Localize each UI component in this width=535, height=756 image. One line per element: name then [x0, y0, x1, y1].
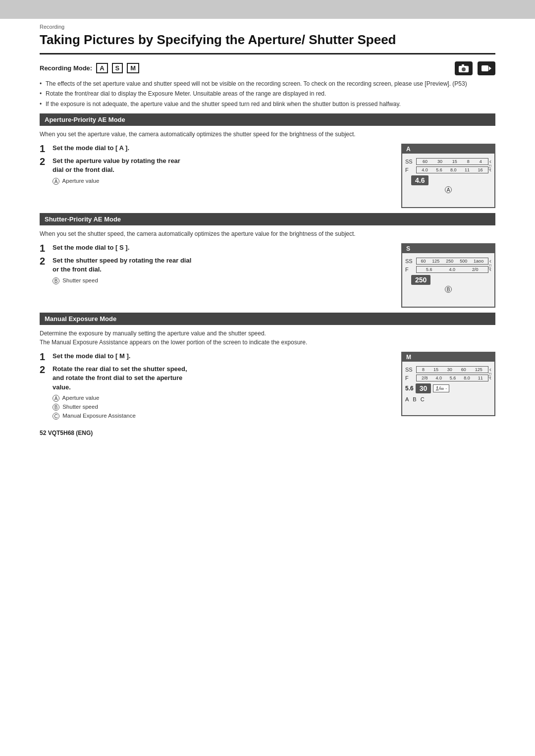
shutter-step2-main: Set the shutter speed by rotating the re… [53, 257, 191, 264]
ss-val-5: 4 [480, 159, 482, 164]
f-val-4: 11 [465, 167, 470, 172]
manual-f-scale: 2/8 4.0 5.6 8.0 11 ‹ [416, 374, 491, 381]
aperture-annotation-a-text: Aperture value [62, 178, 100, 184]
shutter-ss-numbers: 60 125 250 500 1aoo [417, 259, 488, 264]
circle-a: A [53, 178, 59, 185]
video-icon [478, 61, 495, 75]
s-ss-val-2: 125 [432, 259, 439, 264]
manual-step-2: 2 Rotate the rear dial to set the shutte… [40, 365, 393, 392]
aperture-circle-a-below: A [445, 186, 452, 193]
video-svg [481, 64, 492, 73]
manual-step2-num: 2 [40, 365, 49, 375]
shutter-highlighted: 250 [411, 275, 430, 285]
s-f-val-2: 4.0 [449, 267, 456, 272]
manual-f-label: F [405, 375, 416, 381]
shutter-fr-label: Fn [487, 264, 492, 270]
aperture-circle-below: A [405, 186, 491, 193]
manual-ss-arrow: ‹ [489, 366, 491, 373]
aperture-step2-sub: dial or the front dial. [53, 166, 114, 173]
manual-ss-label: SS [405, 367, 416, 373]
shutter-f-numbers: 5.6 4.0 2/0 [417, 267, 488, 272]
shutter-step1-text: Set the mode dial to [ S ]. [53, 243, 129, 252]
manual-annotation-b-text: Shutter speed [62, 404, 98, 410]
manual-annotation-a-text: Aperture value [62, 395, 100, 401]
svg-rect-2 [462, 64, 464, 66]
manual-screen-mode: M [402, 353, 494, 362]
s-ss-val-4: 500 [460, 259, 467, 264]
shutter-step-2: 2 Set the shutter speed by rotating the … [40, 256, 393, 274]
aperture-ss-numbers: 60 30 15 8 4 [417, 159, 488, 164]
recording-label: Recording [40, 19, 495, 32]
aperture-priority-steps-row: 1 Set the mode dial to [ A ]. 2 Set the … [40, 144, 495, 208]
mode-badge-s: S [112, 63, 123, 73]
top-bar [0, 0, 535, 19]
camera-icon [455, 61, 473, 75]
aperture-f-row: F 4.0 5.6 8.0 11 16 [405, 166, 491, 173]
shutter-screen-body: SS 60 125 250 500 1aoo [402, 253, 494, 296]
manual-desc-2: The Manual Exposure Assistance appears o… [40, 339, 307, 346]
shutter-circle-below: B [405, 286, 491, 293]
aperture-step2-main: Set the aperture value by rotating the r… [53, 157, 180, 164]
shutter-ss-row: SS 60 125 250 500 1aoo [405, 257, 491, 265]
shutter-f-row: F 5.6 4.0 2/0 ‹ [405, 266, 491, 273]
m-f-val-2: 4.0 [435, 376, 442, 380]
manual-ss-numbers: 8 15 30 60 125 [417, 367, 488, 372]
icons-row [455, 61, 495, 75]
aperture-annotation-a: A Aperture value [53, 178, 393, 185]
manual-screen-ann-a: A [405, 396, 409, 402]
aperture-ss-scale: 60 30 15 8 4 ‹ [416, 158, 491, 165]
shutter-step1-num: 1 [40, 243, 49, 253]
aperture-f-scale: 4.0 5.6 8.0 11 16 ‹ [416, 166, 491, 173]
aperture-highlighted: 4.6 [411, 175, 428, 185]
manual-steps-col: 1 Set the mode dial to [ M ]. 2 Rotate t… [40, 352, 393, 422]
aperture-step1-num: 1 [40, 144, 49, 154]
m-f-val-1: 2/8 [422, 376, 428, 380]
m-ss-val-1: 8 [422, 367, 425, 372]
shutter-screen-mode: S [402, 244, 494, 253]
manual-exposure-desc: Determine the exposure by manually setti… [40, 329, 495, 347]
manual-screen-body: SS 8 15 30 60 125 ‹ [402, 362, 494, 405]
manual-ss-row: SS 8 15 30 60 125 ‹ [405, 366, 491, 373]
mode-badge-a: A [96, 63, 107, 73]
aperture-priority-header: Aperture-Priority AE Mode [40, 113, 495, 126]
aperture-f-scale-inner: 4.0 5.6 8.0 11 16 [416, 166, 488, 173]
bullet-2: Rotate the front/rear dial to display th… [40, 89, 495, 99]
manual-f-scale-inner: 2/8 4.0 5.6 8.0 11 [416, 375, 488, 381]
s-ss-val-1: 60 [421, 259, 426, 264]
m-ss-val-4: 60 [461, 367, 466, 372]
mode-badge-m: M [127, 63, 139, 73]
aperture-f-numbers: 4.0 5.6 8.0 11 16 [417, 167, 488, 172]
aperture-ss-scale-inner: 60 30 15 8 4 [416, 158, 488, 165]
s-f-val-1: 5.6 [426, 267, 432, 272]
manual-annotation-b: B Shutter speed [53, 404, 393, 411]
aperture-step2-content: Set the aperture value by rotating the r… [53, 157, 180, 174]
shutter-step2-content: Set the shutter speed by rotating the re… [53, 256, 191, 274]
manual-desc-1: Determine the exposure by manually setti… [40, 330, 266, 337]
s-ss-val-5: 1aoo [474, 259, 483, 264]
aperture-priority-steps-col: 1 Set the mode dial to [ A ]. 2 Set the … [40, 144, 393, 186]
manual-step-1: 1 Set the mode dial to [ M ]. [40, 352, 393, 362]
shutter-annotation-b-text: Shutter speed [62, 277, 98, 283]
m-ss-val-2: 15 [433, 367, 438, 372]
content-area: Recording Taking Pictures by Specifying … [0, 19, 535, 466]
bullet-1: The effects of the set aperture value an… [40, 79, 495, 89]
aperture-ss-arrow: ‹ [489, 158, 491, 165]
shutter-circle-b-below: B [445, 286, 452, 293]
shutter-ss-arrow: ‹ [489, 257, 491, 265]
manual-val2: 30 [416, 383, 431, 393]
manual-step2-sub2: value. [53, 383, 71, 391]
manual-exposure-header: Manual Exposure Mode [40, 313, 495, 325]
shutter-f-scale-inner: 5.6 4.0 2/0 [416, 266, 488, 273]
page-title: Taking Pictures by Specifying the Apertu… [40, 32, 495, 54]
manual-f-numbers: 2/8 4.0 5.6 8.0 11 [417, 376, 488, 380]
aperture-f-label: F [405, 167, 416, 173]
svg-marker-5 [489, 66, 491, 70]
ss-val-2: 30 [437, 159, 442, 164]
shutter-ss-scale-inner: 60 125 250 500 1aoo [416, 258, 488, 265]
s-ss-val-3: 250 [446, 259, 453, 264]
shutter-ss-label: SS [405, 258, 416, 264]
aperture-step-2: 2 Set the aperture value by rotating the… [40, 157, 393, 174]
shutter-screen: S SS 60 125 250 500 1a [401, 243, 495, 308]
ss-val-4: 8 [467, 159, 470, 164]
m-f-val-3: 5.6 [450, 376, 456, 380]
